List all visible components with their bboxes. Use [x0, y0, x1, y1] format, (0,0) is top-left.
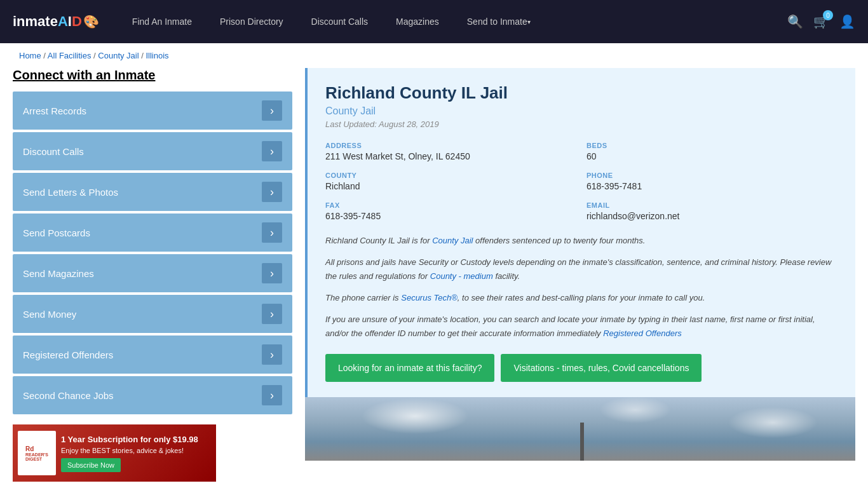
sidebar-item-registered-offenders[interactable]: Registered Offenders ›: [13, 336, 292, 374]
arrow-icon: ›: [262, 304, 282, 324]
detail-address: ADDRESS 211 West Market St, Olney, IL 62…: [325, 142, 576, 161]
sidebar-item-send-magazines[interactable]: Send Magazines ›: [13, 254, 292, 292]
pole-decoration: [580, 423, 584, 461]
nav-magazines[interactable]: Magazines: [382, 0, 453, 43]
breadcrumb-illinois[interactable]: Illinois: [146, 51, 168, 60]
nav-find-inmate[interactable]: Find An Inmate: [118, 0, 206, 43]
sidebar-item-second-chance-jobs[interactable]: Second Chance Jobs ›: [13, 376, 292, 414]
securus-link[interactable]: Securus Tech®: [401, 293, 458, 302]
arrow-icon: ›: [262, 263, 282, 283]
phone-label: PHONE: [587, 172, 837, 179]
detail-county: COUNTY Richland: [325, 172, 576, 191]
beds-value: 60: [587, 151, 837, 161]
user-icon[interactable]: 👤: [839, 14, 855, 29]
ad-banner: Rd READER'SDIGEST 1 Year Subscription fo…: [13, 424, 216, 482]
email-label: EMAIL: [587, 201, 837, 209]
desc-paragraph-1: Richland County IL Jail is for County Ja…: [325, 234, 837, 248]
desc-paragraph-4: If you are unsure of your inmate's locat…: [325, 313, 837, 341]
arrow-icon: ›: [262, 182, 282, 202]
address-label: ADDRESS: [325, 142, 576, 149]
detail-email: EMAIL richlandso@verizon.net: [587, 201, 837, 221]
sidebar-item-label: Send Money: [23, 309, 76, 320]
fax-label: FAX: [325, 201, 576, 209]
ad-logo: Rd READER'SDIGEST: [18, 431, 56, 475]
breadcrumb-home[interactable]: Home: [19, 51, 41, 60]
county-medium-link[interactable]: County - medium: [430, 271, 493, 281]
main-container: Connect with an Inmate Arrest Records › …: [0, 68, 868, 488]
content-area: Richland County IL Jail County Jail Last…: [305, 68, 855, 482]
facility-details: ADDRESS 211 West Market St, Olney, IL 62…: [325, 142, 837, 221]
sidebar-item-arrest-records[interactable]: Arrest Records ›: [13, 92, 292, 130]
logo-icon: 🎨: [83, 14, 99, 29]
sidebar-item-label: Registered Offenders: [23, 349, 113, 360]
sidebar-item-label: Send Magazines: [23, 268, 94, 279]
arrow-icon: ›: [262, 141, 282, 161]
desc-paragraph-3: The phone carrier is Securus Tech®, to s…: [325, 291, 837, 305]
sidebar-item-label: Arrest Records: [23, 105, 86, 116]
find-inmate-button[interactable]: Looking for an inmate at this facility?: [325, 354, 494, 382]
detail-fax: FAX 618-395-7485: [325, 201, 576, 221]
fax-value: 618-395-7485: [325, 211, 576, 221]
breadcrumb: Home / All Facilities / County Jail / Il…: [0, 43, 868, 68]
detail-beds: BEDS 60: [587, 142, 837, 161]
facility-name: Richland County IL Jail: [325, 83, 837, 103]
nav-links: Find An Inmate Prison Directory Discount…: [118, 0, 787, 43]
phone-value: 618-395-7481: [587, 181, 837, 191]
ad-title: 1 Year Subscription for only $19.98: [61, 435, 198, 444]
facility-buttons: Looking for an inmate at this facility? …: [325, 354, 837, 382]
arrow-icon: ›: [262, 385, 282, 405]
detail-phone: PHONE 618-395-7481: [587, 172, 837, 191]
visitations-button[interactable]: Visitations - times, rules, Covid cancel…: [501, 354, 702, 382]
county-jail-link[interactable]: County Jail: [432, 236, 473, 245]
arrow-icon: ›: [262, 100, 282, 121]
ad-subscribe-button[interactable]: Subscribe Now: [61, 458, 121, 472]
sidebar-item-label: Second Chance Jobs: [23, 390, 114, 401]
facility-description: Richland County IL Jail is for County Ja…: [325, 234, 837, 341]
sidebar-title: Connect with an Inmate: [13, 68, 292, 83]
main-nav: inmateAID 🎨 Find An Inmate Prison Direct…: [0, 0, 868, 43]
search-icon[interactable]: 🔍: [787, 14, 803, 29]
cart-badge: 0: [823, 10, 833, 20]
nav-send-to-inmate[interactable]: Send to Inmate: [453, 0, 545, 43]
breadcrumb-all-facilities[interactable]: All Facilities: [48, 51, 92, 60]
breadcrumb-county-jail[interactable]: County Jail: [98, 51, 139, 60]
sidebar-item-discount-calls[interactable]: Discount Calls ›: [13, 132, 292, 170]
sidebar-item-send-letters[interactable]: Send Letters & Photos ›: [13, 173, 292, 211]
facility-image: [305, 397, 855, 461]
facility-card: Richland County IL Jail County Jail Last…: [305, 68, 855, 397]
county-label: COUNTY: [325, 172, 576, 179]
nav-discount-calls[interactable]: Discount Calls: [297, 0, 382, 43]
desc-paragraph-2: All prisons and jails have Security or C…: [325, 255, 837, 283]
email-value: richlandso@verizon.net: [587, 211, 837, 221]
sidebar: Connect with an Inmate Arrest Records › …: [13, 68, 292, 482]
ad-subtitle: Enjoy the BEST stories, advice & jokes!: [61, 447, 198, 454]
sidebar-item-label: Send Letters & Photos: [23, 187, 118, 198]
ad-content: 1 Year Subscription for only $19.98 Enjo…: [61, 435, 198, 472]
sidebar-menu: Arrest Records › Discount Calls › Send L…: [13, 92, 292, 414]
sidebar-item-label: Send Postcards: [23, 227, 90, 238]
address-value: 211 West Market St, Olney, IL 62450: [325, 151, 576, 161]
arrow-icon: ›: [262, 344, 282, 365]
sidebar-item-label: Discount Calls: [23, 146, 84, 157]
facility-updated: Last Updated: August 28, 2019: [325, 119, 837, 129]
registered-offenders-link[interactable]: Registered Offenders: [603, 329, 682, 338]
facility-type: County Jail: [325, 105, 837, 117]
cart-icon[interactable]: 🛒 0: [813, 14, 829, 29]
beds-label: BEDS: [587, 142, 837, 149]
sidebar-item-send-postcards[interactable]: Send Postcards ›: [13, 214, 292, 252]
nav-icons: 🔍 🛒 0 👤: [787, 14, 855, 29]
county-value: Richland: [325, 181, 576, 191]
logo[interactable]: inmateAID 🎨: [13, 13, 99, 30]
sidebar-item-send-money[interactable]: Send Money ›: [13, 295, 292, 333]
nav-prison-directory[interactable]: Prison Directory: [206, 0, 297, 43]
arrow-icon: ›: [262, 222, 282, 243]
